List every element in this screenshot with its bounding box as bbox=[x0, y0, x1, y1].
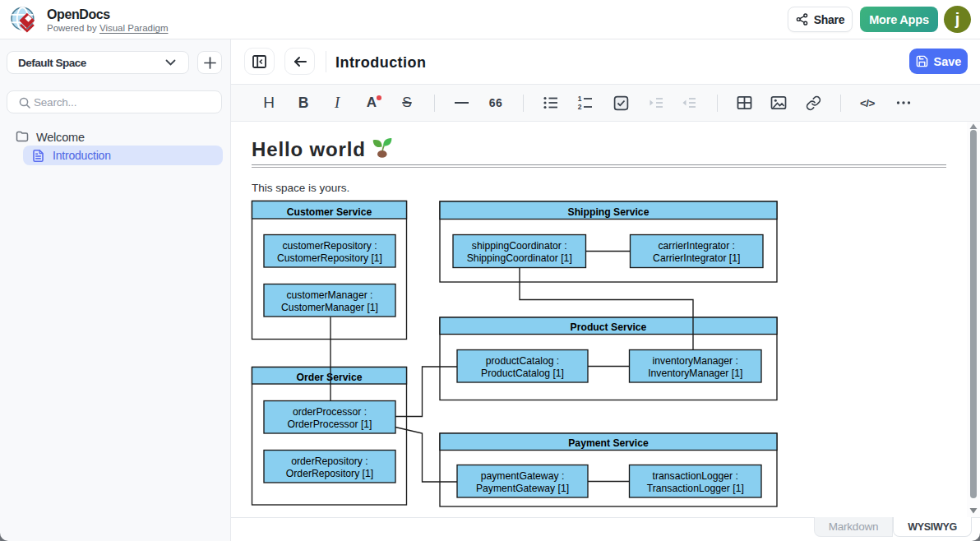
svg-text:customerRepository :: customerRepository : bbox=[282, 240, 377, 252]
svg-text:ShippingCoordinator [1]: ShippingCoordinator [1] bbox=[467, 252, 572, 264]
svg-text:Payment Service: Payment Service bbox=[568, 437, 649, 449]
svg-text:CarrierIntegrator [1]: CarrierIntegrator [1] bbox=[653, 252, 740, 264]
svg-text:CustomerRepository [1]: CustomerRepository [1] bbox=[277, 252, 382, 264]
svg-text:customerManager :: customerManager : bbox=[287, 289, 373, 301]
svg-text:Shipping Service: Shipping Service bbox=[568, 206, 649, 218]
svg-text:productCatalog :: productCatalog : bbox=[486, 355, 559, 367]
svg-text:Order Service: Order Service bbox=[297, 372, 363, 383]
svg-text:shippingCoordinator :: shippingCoordinator : bbox=[472, 240, 567, 252]
svg-text:orderProcessor :: orderProcessor : bbox=[293, 406, 367, 418]
svg-text:OrderRepository [1]: OrderRepository [1] bbox=[286, 468, 373, 479]
svg-text:PaymentGateway [1]: PaymentGateway [1] bbox=[476, 483, 569, 494]
svg-text:2: 2 bbox=[578, 103, 582, 111]
svg-text:transactionLogger :: transactionLogger : bbox=[653, 470, 738, 482]
svg-text:paymentGateway :: paymentGateway : bbox=[481, 470, 565, 482]
svg-text:OrderProcessor [1]: OrderProcessor [1] bbox=[288, 418, 372, 430]
svg-text:1: 1 bbox=[578, 95, 582, 103]
svg-text:Product Service: Product Service bbox=[571, 321, 647, 333]
svg-text:Customer Service: Customer Service bbox=[287, 206, 372, 218]
svg-text:inventoryManager :: inventoryManager : bbox=[653, 355, 738, 367]
svg-text:CustomerManager [1]: CustomerManager [1] bbox=[281, 302, 378, 313]
svg-text:orderRepository :: orderRepository : bbox=[291, 455, 368, 467]
svg-text:InventoryManager [1]: InventoryManager [1] bbox=[648, 368, 742, 379]
svg-text:carrierIntegrator :: carrierIntegrator : bbox=[659, 240, 735, 252]
svg-text:TransactionLogger [1]: TransactionLogger [1] bbox=[647, 483, 744, 494]
svg-text:ProductCatalog [1]: ProductCatalog [1] bbox=[481, 368, 564, 379]
